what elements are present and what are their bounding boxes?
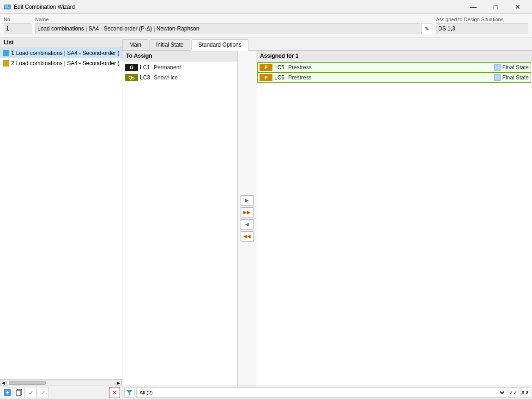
transfer-left-all[interactable]: ◀◀ [241,231,254,242]
delete-button[interactable]: ✕ [109,387,120,398]
maximize-button[interactable]: □ [485,0,506,14]
copy-item-button[interactable] [14,387,25,398]
list-item-icon-yellow [3,60,9,66]
assigned-header: Assigned for 1 [256,51,532,61]
filter-select[interactable]: All (2) [136,387,506,398]
title-bar: Edit Combination Wizard — □ ✕ [0,0,532,14]
main-panel: Main Initial State Standard Options To A… [122,37,532,399]
new-item-button[interactable]: + [2,387,13,398]
filter-bar: All (2) ✓✓ ✗✗ [122,386,532,399]
assigned-panel: Assigned for 1 P LC5 Prestress Final Sta… [256,51,532,386]
list-body: 1 Load combinations | SA4 - Second-order… [0,48,122,379]
transfer-right-single[interactable]: ▶ [241,195,254,206]
svg-text:+: + [6,389,9,396]
to-assign-panel: To Assign G LC1 Permanent Qs LC3 Snow/ i… [122,51,238,386]
lc-badge-p1: P [260,64,272,71]
assigned-field: Assigned to Design Situations [436,17,528,34]
lc6-type: Prestress [288,74,312,81]
list-panel: List 1 Load combinations | SA4 - Second-… [0,37,122,399]
list-item-number: 2 [11,60,14,66]
no-label: No. [4,17,31,22]
app-icon [4,3,11,11]
tab-standard-options[interactable]: Standard Options [191,39,248,51]
tab-main[interactable]: Main [122,39,148,50]
lc6-name: LC6 [274,74,284,81]
list-item-icon-blue [3,50,9,56]
list-item-text: Load combinations | SA4 - Second-order ( [16,50,120,56]
list-item-number: 1 [11,50,14,56]
lc-badge-p2: P [260,74,272,81]
lc5-name: LC5 [274,64,284,71]
assigned-body: P LC5 Prestress Final State P LC6 Prestr… [256,61,532,386]
lc5-type: Prestress [288,64,312,71]
list-item[interactable]: 2 Load combinations | SA4 - Second-order… [0,58,122,68]
assigned-item[interactable]: P LC6 Prestress Final State [257,73,531,83]
lc1-type: Permanent [154,64,181,71]
header-row: No. Name ✎ Assigned to Design Situations [0,14,532,37]
lc-badge-g: G [125,64,138,71]
assigned-input[interactable] [436,23,528,34]
svg-rect-6 [16,390,21,396]
filter-check-all[interactable]: ✓✓ [508,387,518,398]
tabs-bar: Main Initial State Standard Options [122,37,532,51]
lc6-state: Final State [494,74,529,81]
name-input[interactable] [35,23,420,34]
filter-icon-button[interactable] [124,387,134,398]
window-title: Edit Combination Wizard [14,4,463,10]
transfer-right-all[interactable]: ▶▶ [241,207,254,218]
list-item-text: Load combinations | SA4 - Second-order ( [16,60,120,66]
assigned-label: Assigned to Design Situations [436,17,528,22]
list-header: List [0,37,122,48]
check-button[interactable]: ✓ [26,387,37,398]
name-field: Name ✎ [35,17,432,34]
close-button[interactable]: ✕ [507,0,528,14]
list-item[interactable]: 1 Load combinations | SA4 - Second-order… [0,48,122,58]
name-label: Name [35,17,432,22]
main-container: No. Name ✎ Assigned to Design Situations… [0,14,532,399]
window-controls: — □ ✕ [463,0,528,14]
svg-text:✕: ✕ [112,389,117,396]
svg-text:✓: ✓ [29,389,34,396]
list-toolbar: + ✓ ✓ ✕ [0,386,122,399]
no-input[interactable] [4,23,31,34]
assign-item[interactable]: G LC1 Permanent [123,62,236,73]
no-field: No. [4,17,31,34]
tab-content: To Assign G LC1 Permanent Qs LC3 Snow/ i… [122,51,532,386]
minimize-button[interactable]: — [463,0,484,14]
to-assign-header: To Assign [122,51,237,61]
lc6-state-label: Final State [502,74,529,81]
assigned-item[interactable]: P LC5 Prestress Final State [257,62,531,73]
lc5-state-label: Final State [502,64,529,71]
name-field-inner: ✎ [35,23,432,34]
transfer-panel: ▶ ▶▶ ◀ ◀◀ [238,51,256,386]
list-horiz-scroll[interactable]: ◀ ▶ [0,379,122,386]
scroll-left-arrow[interactable]: ◀ [0,380,6,386]
svg-rect-2 [5,7,10,8]
scroll-right-arrow[interactable]: ▶ [115,380,122,386]
lc3-name: LC3 [140,74,150,81]
assign-item[interactable]: Qs LC3 Snow/ ice [123,73,236,83]
tab-initial-state[interactable]: Initial State [149,39,190,50]
svg-rect-1 [5,6,8,6]
lc6-state-checkbox[interactable] [494,74,501,81]
filter-uncheck-all[interactable]: ✗✗ [520,387,530,398]
lc-badge-qs: Qs [125,74,138,81]
lc3-type: Snow/ ice [154,74,178,81]
content-area: List 1 Load combinations | SA4 - Second-… [0,37,532,399]
transfer-left-single[interactable]: ◀ [241,219,254,230]
to-assign-body: G LC1 Permanent Qs LC3 Snow/ ice [122,61,237,386]
svg-marker-10 [127,390,132,395]
lc5-state-checkbox[interactable] [494,64,501,71]
lc1-name: LC1 [140,64,150,71]
lc5-state: Final State [494,64,529,71]
uncheck-button[interactable]: ✓ [38,387,49,398]
svg-text:✓: ✓ [41,389,46,396]
edit-name-button[interactable]: ✎ [421,23,432,34]
